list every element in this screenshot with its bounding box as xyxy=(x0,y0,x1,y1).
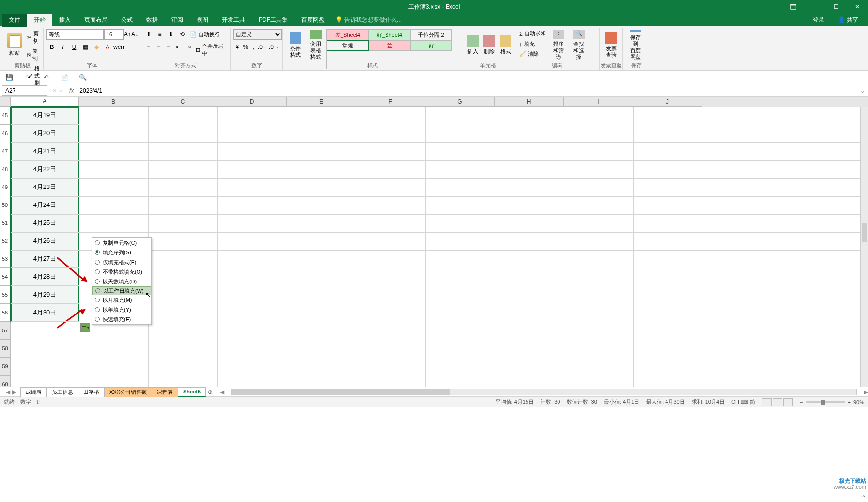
save-baidu-button[interactable]: 保存到 百度网盘 xyxy=(626,29,645,61)
row-header-47[interactable]: 47 xyxy=(0,142,11,160)
expand-formula-bar-icon[interactable]: ⌄ xyxy=(857,87,868,94)
italic-button[interactable]: I xyxy=(58,42,68,52)
align-center-icon[interactable]: ≡ xyxy=(154,42,163,52)
row-header-56[interactable]: 56 xyxy=(0,304,11,322)
fill-color-button[interactable]: ◆ xyxy=(91,42,102,52)
sheet-nav-next-icon[interactable]: ▶ xyxy=(12,389,16,395)
zoom-slider[interactable] xyxy=(806,401,845,403)
decrease-indent-icon[interactable]: ⇤ xyxy=(173,42,183,52)
column-header-F[interactable]: F xyxy=(356,97,425,107)
column-header-B[interactable]: B xyxy=(79,97,148,107)
maximize-button[interactable]: ☐ xyxy=(825,0,847,14)
share-button[interactable]: 👤 共享 xyxy=(831,13,865,27)
cell-A52[interactable]: 4月26日 xyxy=(11,232,79,250)
align-bottom-icon[interactable]: ⬇ xyxy=(166,29,176,40)
autofill-options-button[interactable]: ☷▾ xyxy=(80,323,90,332)
tab-review[interactable]: 审阅 xyxy=(165,13,190,27)
align-right-icon[interactable]: ≡ xyxy=(164,42,173,52)
new-sheet-button[interactable]: ⊕ xyxy=(205,389,215,395)
phonetic-button[interactable]: wén xyxy=(113,42,124,52)
delete-cells-button[interactable]: 删除 xyxy=(481,29,497,61)
tab-view[interactable]: 视图 xyxy=(190,13,215,27)
column-header-H[interactable]: H xyxy=(495,97,564,107)
column-header-G[interactable]: G xyxy=(425,97,495,107)
cut-button[interactable]: ✂剪切 xyxy=(25,29,42,46)
style-bad-sheet[interactable]: 差_Sheet4 xyxy=(327,30,369,40)
align-middle-icon[interactable]: ≡ xyxy=(155,29,165,40)
column-header-C[interactable]: C xyxy=(148,97,217,107)
align-left-icon[interactable]: ≡ xyxy=(143,42,153,52)
cell-A45[interactable]: 4月19日 xyxy=(11,107,79,125)
invoice-check-button[interactable]: 发票 查验 xyxy=(603,29,620,61)
tab-home[interactable]: 开始 xyxy=(27,13,52,27)
formula-input[interactable] xyxy=(77,87,857,94)
autofill-option-8[interactable]: 快速填充(F) xyxy=(92,314,151,324)
find-select-button[interactable]: 🔍查找和选择 xyxy=(569,29,589,61)
sheet-tab-5[interactable]: Sheet5 xyxy=(178,387,206,397)
normal-view-icon[interactable] xyxy=(762,398,772,406)
cell-A47[interactable]: 4月21日 xyxy=(11,142,79,160)
row-header-57[interactable]: 57 xyxy=(0,322,11,340)
row-header-49[interactable]: 49 xyxy=(0,178,11,196)
vertical-scrollbar[interactable] xyxy=(862,223,867,242)
sheet-tab-4[interactable]: 课程表 xyxy=(152,387,178,397)
tab-developer[interactable]: 开发工具 xyxy=(215,13,252,27)
row-headers[interactable]: 45464748495051525354555657585960 xyxy=(0,107,11,387)
increase-font-icon[interactable]: A↑ xyxy=(124,29,131,40)
merge-center-button[interactable]: ⊞合并后居中 xyxy=(194,42,227,58)
cell-A56[interactable]: 4月30日 xyxy=(11,304,79,322)
number-format-combo[interactable]: 自定义 xyxy=(233,29,282,40)
style-bad[interactable]: 差 xyxy=(369,40,410,51)
zoom-value[interactable]: 90% xyxy=(853,399,864,405)
select-all-triangle[interactable] xyxy=(0,97,11,107)
row-header-55[interactable]: 55 xyxy=(0,286,11,304)
tab-file[interactable]: 文件 xyxy=(2,13,27,27)
tab-insert[interactable]: 插入 xyxy=(52,13,78,27)
align-top-icon[interactable]: ⬆ xyxy=(143,29,154,40)
cell-A55[interactable]: 4月29日 xyxy=(11,286,79,304)
spreadsheet-grid[interactable]: ABCDEFGHIJ 45464748495051525354555657585… xyxy=(0,97,868,387)
tab-data[interactable]: 数据 xyxy=(140,13,165,27)
minimize-button[interactable]: ─ xyxy=(804,0,825,14)
horizontal-scrollbar[interactable] xyxy=(231,389,857,395)
column-headers[interactable]: ABCDEFGHIJ xyxy=(11,97,868,107)
row-header-45[interactable]: 45 xyxy=(0,107,11,125)
style-good-sheet[interactable]: 好_Sheet4 xyxy=(369,30,410,40)
autofill-option-0[interactable]: 复制单元格(C) xyxy=(92,238,151,248)
row-header-46[interactable]: 46 xyxy=(0,125,11,142)
bold-button[interactable]: B xyxy=(46,42,57,52)
sheet-tab-1[interactable]: 员工信息 xyxy=(46,387,78,397)
sheet-tab-3[interactable]: XXX公司销售额 xyxy=(104,387,152,397)
page-break-view-icon[interactable] xyxy=(783,398,793,406)
conditional-format-button[interactable]: 条件格式 xyxy=(286,29,305,61)
tab-baidu[interactable]: 百度网盘 xyxy=(294,13,331,27)
zoom-out-icon[interactable]: − xyxy=(800,399,803,405)
cell-A50[interactable]: 4月24日 xyxy=(11,196,79,214)
print-preview-icon[interactable]: 🔍 xyxy=(78,72,88,83)
sheet-nav-prev-icon[interactable]: ◀ xyxy=(6,389,10,395)
tell-me-search[interactable]: 💡告诉我您想要做什么... xyxy=(335,16,402,24)
cell-A48[interactable]: 4月22日 xyxy=(11,160,79,178)
format-cells-button[interactable]: 格式 xyxy=(498,29,513,61)
sheet-tab-0[interactable]: 成绩表 xyxy=(20,387,47,397)
comma-icon[interactable]: , xyxy=(249,42,257,52)
cell-A53[interactable]: 4月27日 xyxy=(11,250,79,268)
cell-A46[interactable]: 4月20日 xyxy=(11,125,79,142)
cell-A49[interactable]: 4月23日 xyxy=(11,178,79,196)
style-comma2[interactable]: 千位分隔 2 xyxy=(410,30,452,40)
percent-icon[interactable]: % xyxy=(242,42,249,52)
row-header-50[interactable]: 50 xyxy=(0,196,11,214)
autofill-option-5[interactable]: 以工作日填充(W) xyxy=(92,286,151,295)
macro-record-icon[interactable]: ▯ xyxy=(37,398,40,406)
column-header-D[interactable]: D xyxy=(217,97,287,107)
font-color-button[interactable]: A xyxy=(102,42,113,52)
decrease-font-icon[interactable]: A↓ xyxy=(131,29,138,40)
column-header-E[interactable]: E xyxy=(287,97,356,107)
fx-icon[interactable]: fx xyxy=(66,87,77,94)
paste-button[interactable]: 粘贴 xyxy=(5,29,24,61)
wrap-text-button[interactable]: 📄自动换行 xyxy=(188,29,222,40)
clear-button[interactable]: 🧹清除 xyxy=(517,49,548,59)
orientation-icon[interactable]: ⟲ xyxy=(177,29,187,40)
decrease-decimal-icon[interactable]: .0→ xyxy=(269,42,279,52)
table-format-button[interactable]: 套用 表格格式 xyxy=(306,29,326,61)
